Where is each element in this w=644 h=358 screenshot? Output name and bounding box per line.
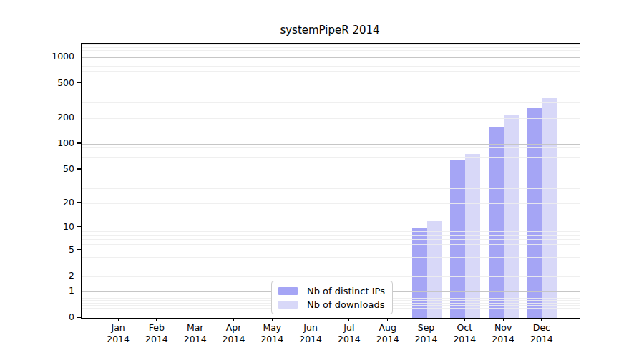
y-tick-label: 50 <box>31 163 74 175</box>
x-tick <box>464 319 465 322</box>
y-tick <box>77 276 81 276</box>
bar-nov-downloads <box>504 115 519 318</box>
legend-swatch-distinct-ips <box>278 287 298 295</box>
legend-swatch-downloads <box>278 301 298 309</box>
y-tick <box>77 142 81 143</box>
bar-sep-distinct-ips <box>412 228 427 318</box>
legend-label-downloads: Nb of downloads <box>307 299 384 310</box>
gridline-minor <box>82 50 580 51</box>
gridline-minor <box>82 44 580 45</box>
y-tick-label: 1 <box>31 285 74 296</box>
gridline-minor <box>82 84 580 84</box>
y-tick-label: 2 <box>31 270 74 281</box>
y-tick <box>77 249 81 250</box>
gridline-minor <box>82 62 580 62</box>
figure: systemPipeR 2014 10005002001005020105210… <box>0 0 644 358</box>
x-tick <box>311 319 311 322</box>
y-tick-label: 1000 <box>31 51 74 62</box>
y-tick <box>77 202 81 203</box>
gridline-minor <box>82 66 580 67</box>
gridline-minor <box>82 102 580 103</box>
x-tick <box>118 319 119 322</box>
y-tick <box>77 168 81 169</box>
y-tick <box>77 226 81 227</box>
y-tick-label: 5 <box>31 244 74 256</box>
x-tick-label: Dec 2014 <box>519 322 565 345</box>
x-tick <box>233 319 234 322</box>
gridline-major <box>82 57 580 58</box>
y-tick-label: 200 <box>31 112 74 123</box>
gridline-minor <box>82 92 580 92</box>
plot-area <box>81 43 580 319</box>
y-tick <box>77 291 81 291</box>
bar-oct-distinct-ips <box>450 160 465 318</box>
gridline-minor <box>82 71 580 72</box>
chart-title: systemPipeR 2014 <box>81 24 579 37</box>
x-tick <box>541 319 542 322</box>
x-tick <box>195 319 195 322</box>
gridline-minor <box>82 77 580 77</box>
gridline-minor <box>82 54 580 54</box>
legend-label-distinct-ips: Nb of distinct IPs <box>307 286 385 296</box>
y-tick-label: 20 <box>31 197 74 208</box>
x-tick <box>272 319 273 322</box>
x-tick <box>156 319 157 322</box>
y-tick <box>77 82 81 83</box>
x-tick <box>348 319 349 322</box>
legend-item-distinct-ips: Nb of distinct IPs <box>278 285 385 296</box>
y-tick <box>77 317 81 318</box>
gridline-minor <box>82 47 580 48</box>
bar-sep-downloads <box>427 221 442 318</box>
bar-nov-distinct-ips <box>489 127 504 318</box>
bar-dec-downloads <box>542 98 557 318</box>
y-tick-label: 100 <box>31 137 74 149</box>
bar-oct-downloads <box>465 154 480 318</box>
y-tick <box>77 57 81 57</box>
x-tick <box>387 319 388 322</box>
y-tick-label: 10 <box>31 221 74 233</box>
y-tick-label: 0 <box>31 311 74 323</box>
y-tick <box>77 117 81 117</box>
bar-dec-distinct-ips <box>527 108 542 318</box>
x-tick <box>503 319 504 322</box>
x-tick <box>426 319 426 322</box>
legend: Nb of distinct IPs Nb of downloads <box>271 281 393 314</box>
y-tick-label: 500 <box>31 77 74 89</box>
legend-item-downloads: Nb of downloads <box>278 299 385 310</box>
